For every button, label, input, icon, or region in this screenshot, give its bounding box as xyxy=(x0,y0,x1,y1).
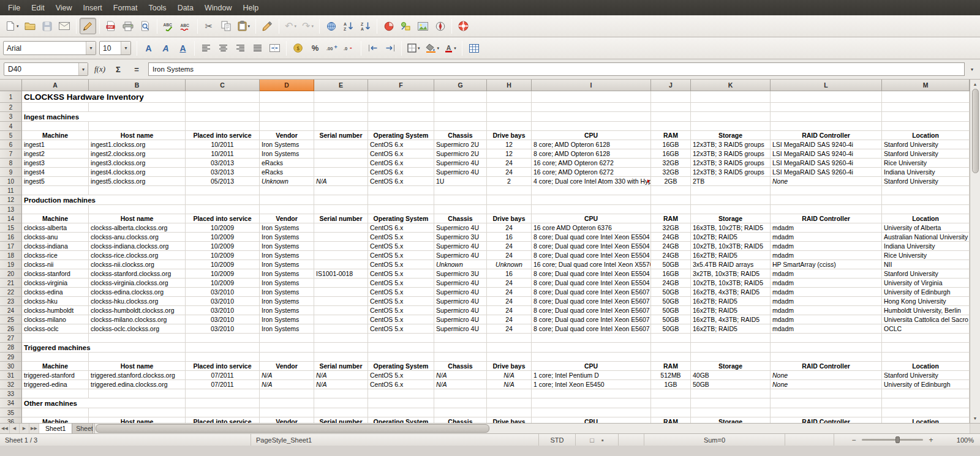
row-header-36[interactable]: 36 xyxy=(0,417,22,423)
cell-I18[interactable]: 8 core; Dual quad core Intel Xeon E5504 xyxy=(532,251,651,260)
cell-A3[interactable]: Ingest machines xyxy=(22,112,186,122)
cell-H26[interactable]: 24 xyxy=(487,324,532,334)
cell-B2[interactable] xyxy=(89,103,186,112)
cell-C16[interactable]: 10/2009 xyxy=(186,233,260,242)
next-sheet-button[interactable]: ▶ xyxy=(20,424,29,433)
cell-L14[interactable]: RAID Controller xyxy=(771,214,882,223)
cell-L33[interactable] xyxy=(771,389,882,398)
row-header-11[interactable]: 11 xyxy=(0,186,22,195)
cell-F2[interactable] xyxy=(368,103,434,112)
zoom-in-button[interactable]: + xyxy=(927,436,935,444)
cell-E17[interactable] xyxy=(314,242,368,251)
cell-G13[interactable] xyxy=(434,205,487,214)
name-box[interactable]: D40 ▾ xyxy=(4,62,88,76)
cell-A7[interactable]: ingest2 xyxy=(22,149,89,159)
row-header-4[interactable]: 4 xyxy=(0,122,22,131)
cell-J8[interactable]: 32GB xyxy=(651,159,691,168)
cell-F33[interactable] xyxy=(368,389,434,398)
cell-C34[interactable] xyxy=(186,398,260,408)
cell-J31[interactable]: 512MB xyxy=(651,371,691,380)
cell-B8[interactable]: ingest3.clockss.org xyxy=(89,159,186,168)
cell-C14[interactable]: Placed into service xyxy=(186,214,260,223)
cell-D32[interactable]: N/A xyxy=(260,380,314,389)
cell-K9[interactable]: 12x3TB; 3 RAID5 groups xyxy=(691,168,771,177)
cell-E12[interactable] xyxy=(314,195,368,205)
cell-D14[interactable]: Vendor xyxy=(260,214,314,223)
cell-G27[interactable] xyxy=(434,334,487,343)
cell-D18[interactable]: Iron Systems xyxy=(260,251,314,260)
paste-button[interactable]: ▾ xyxy=(235,18,253,34)
row-header-10[interactable]: 10 xyxy=(0,177,22,186)
row-header-13[interactable]: 13 xyxy=(0,205,22,214)
cell-J17[interactable]: 24GB xyxy=(651,242,691,251)
cell-J26[interactable]: 50GB xyxy=(651,324,691,334)
cell-E3[interactable] xyxy=(314,112,368,122)
cell-F6[interactable]: CentOS 6.x xyxy=(368,140,434,149)
cell-H27[interactable] xyxy=(487,334,532,343)
cell-G33[interactable] xyxy=(434,389,487,398)
cell-C3[interactable] xyxy=(186,112,260,122)
cell-E31[interactable]: N/A xyxy=(314,371,368,380)
cell-E1[interactable] xyxy=(314,91,368,103)
cell-K2[interactable] xyxy=(691,103,771,112)
cell-K7[interactable]: 12x3TB; 3 RAID5 groups xyxy=(691,149,771,159)
cell-D1[interactable] xyxy=(260,91,314,103)
cell-J3[interactable] xyxy=(651,112,691,122)
cell-H25[interactable]: 24 xyxy=(487,315,532,324)
cell-K23[interactable]: 16x2TB; RAID5 xyxy=(691,297,771,306)
cell-K29[interactable] xyxy=(691,353,771,362)
previous-sheet-button[interactable]: ◀ xyxy=(10,424,20,433)
cell-D9[interactable]: eRacks xyxy=(260,168,314,177)
cell-E8[interactable] xyxy=(314,159,368,168)
cell-A9[interactable]: ingest4 xyxy=(22,168,89,177)
cell-H15[interactable]: 24 xyxy=(487,223,532,233)
cell-L2[interactable] xyxy=(771,103,882,112)
cell-M23[interactable]: Hong Kong University xyxy=(882,297,970,306)
cell-D3[interactable] xyxy=(260,112,314,122)
cell-D15[interactable]: Iron Systems xyxy=(260,223,314,233)
cell-C29[interactable] xyxy=(186,353,260,362)
cell-E18[interactable] xyxy=(314,251,368,260)
cell-A1[interactable]: CLOCKSS Hardware Inventory xyxy=(22,91,186,103)
cell-C27[interactable] xyxy=(186,334,260,343)
cell-M19[interactable]: NII xyxy=(882,260,970,269)
cell-E30[interactable]: Serial number xyxy=(314,362,368,371)
zoom-percentage[interactable]: 100% xyxy=(951,434,980,446)
cell-D25[interactable]: Iron Systems xyxy=(260,315,314,324)
column-header-A[interactable]: A xyxy=(22,80,89,91)
undo-button[interactable]: ↶▾ xyxy=(282,18,299,34)
cell-G22[interactable]: Supermicro 4U xyxy=(434,288,487,297)
cell-A13[interactable] xyxy=(22,205,89,214)
column-header-B[interactable]: B xyxy=(89,80,186,91)
cell-E28[interactable] xyxy=(314,343,368,353)
cell-H12[interactable] xyxy=(487,195,532,205)
row-header-2[interactable]: 2 xyxy=(0,103,22,112)
row-header-1[interactable]: 1 xyxy=(0,91,22,103)
row-header-34[interactable]: 34 xyxy=(0,398,22,408)
cell-D30[interactable]: Vendor xyxy=(260,362,314,371)
sheet-grid-button[interactable] xyxy=(466,40,482,56)
cell-L28[interactable] xyxy=(771,343,882,353)
cell-E35[interactable] xyxy=(314,408,368,417)
cell-G3[interactable] xyxy=(434,112,487,122)
cell-I32[interactable]: 1 core; Intel Xeon E5450 xyxy=(532,380,651,389)
cell-M24[interactable]: Humboldt University, Berlin xyxy=(882,306,970,315)
cell-H23[interactable]: 24 xyxy=(487,297,532,306)
cell-H2[interactable] xyxy=(487,103,532,112)
row-header-15[interactable]: 15 xyxy=(0,223,22,233)
cell-H18[interactable]: 24 xyxy=(487,251,532,260)
cell-F5[interactable]: Operating System xyxy=(368,131,434,140)
cell-F20[interactable]: CentOS 5.x xyxy=(368,269,434,278)
cell-C22[interactable]: 03/2010 xyxy=(186,288,260,297)
underline-button[interactable]: A xyxy=(175,40,191,56)
cell-B35[interactable] xyxy=(89,408,186,417)
cell-D21[interactable]: Iron Systems xyxy=(260,278,314,288)
cell-J5[interactable]: RAM xyxy=(651,131,691,140)
cell-G28[interactable] xyxy=(434,343,487,353)
cell-D19[interactable]: Iron Systems xyxy=(260,260,314,269)
cell-L9[interactable]: LSI MegaRAID SAS 9260-4i xyxy=(771,168,882,177)
cell-K3[interactable] xyxy=(691,112,771,122)
cell-G1[interactable] xyxy=(434,91,487,103)
cell-F10[interactable]: CentOS 6.x xyxy=(368,177,434,186)
chevron-down-icon[interactable]: ▾ xyxy=(78,63,88,75)
